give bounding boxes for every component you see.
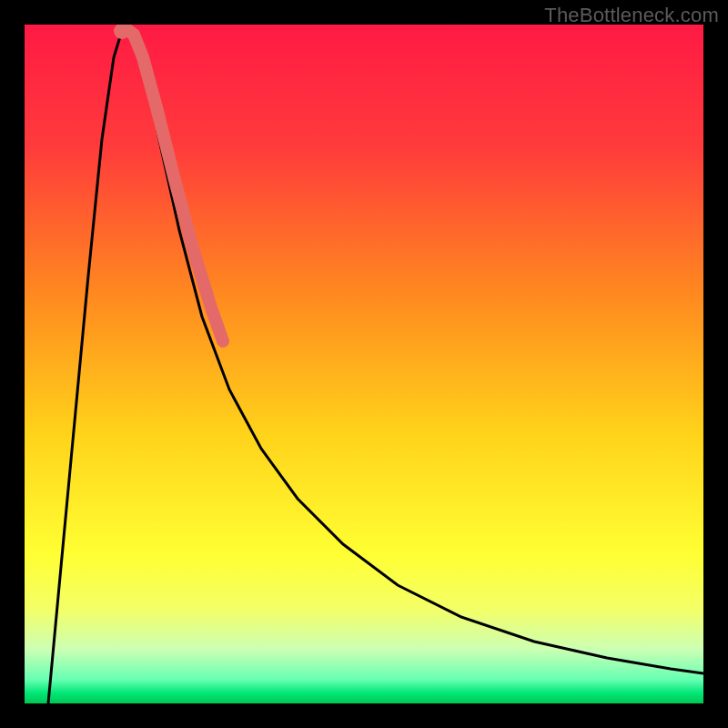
plot-area [25, 25, 703, 703]
bottleneck-chart [25, 25, 703, 703]
gradient-background [25, 25, 703, 703]
watermark-label: TheBottleneck.com [544, 4, 719, 27]
chart-frame: TheBottleneck.com [0, 0, 728, 728]
